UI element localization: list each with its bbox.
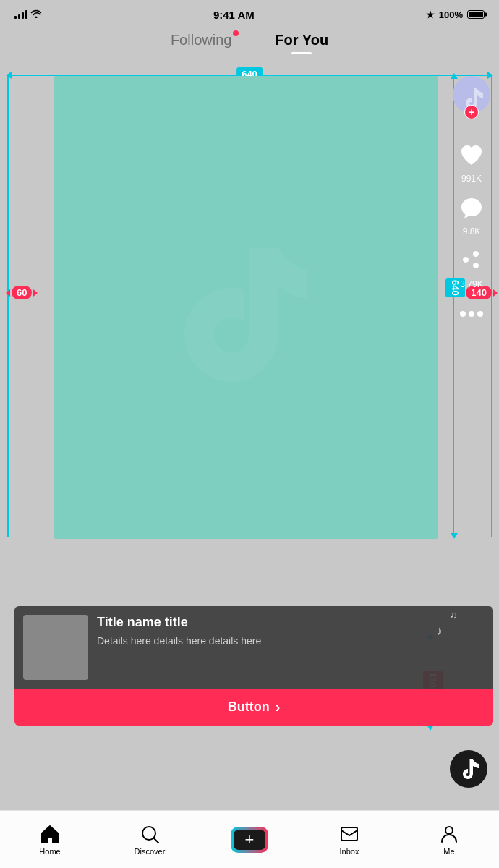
svg-point-6 [445,827,453,834]
more-button[interactable] [456,298,487,330]
comment-icon [456,192,487,224]
like-button[interactable]: 991K [456,140,487,184]
nav-me[interactable]: Me [427,824,471,856]
creator-avatar[interactable]: + [453,76,490,114]
ad-thumbnail [23,615,88,680]
svg-rect-5 [341,827,357,841]
discover-icon [140,824,160,844]
nav-create[interactable]: + [228,827,271,853]
v-line-left [7,75,9,537]
music-note-1: ♪ [436,624,443,639]
status-right: ★ 100% [426,9,485,20]
wifi-icon [30,9,42,20]
shares-count: 3.79K [460,279,482,289]
arrow-140-right [493,289,498,297]
me-icon [439,824,459,844]
me-label: Me [443,847,454,856]
more-icon [456,298,487,330]
music-note-2: ♫ [450,609,458,621]
ad-title: Title name title [97,615,485,630]
notification-dot [233,30,239,36]
battery-icon [467,10,485,19]
home-label: Home [39,847,60,856]
inbox-icon [339,824,359,844]
likes-count: 991K [461,174,482,184]
inbox-label: Inbox [340,847,359,856]
bluetooth-icon: ★ [426,9,435,20]
arrow-down-640 [451,533,458,539]
label-60: 60 [12,286,32,299]
svg-point-1 [469,311,474,317]
tab-following[interactable]: Following [171,32,231,54]
home-icon [40,824,60,844]
ad-cta-button[interactable]: Button › [14,689,493,726]
create-button[interactable]: + [231,827,268,853]
ad-card[interactable]: Title name title Details here details he… [14,606,493,726]
svg-line-4 [154,838,158,843]
svg-point-2 [477,311,483,317]
status-bar: 9:41 AM ★ 100% [0,0,499,26]
heart-icon [456,140,487,171]
arrow-60-left [6,289,10,297]
status-left [14,9,42,20]
signal-icon [14,10,27,19]
status-time: 9:41 AM [213,9,255,21]
discover-label: Discover [135,847,166,856]
video-content[interactable] [54,76,438,539]
comment-button[interactable]: 9.8K [456,192,487,237]
share-icon [456,245,487,277]
tab-for-you[interactable]: For You [275,32,328,54]
ad-text: Title name title Details here details he… [97,615,485,649]
ad-details: Details here details here details here [97,634,485,649]
nav-inbox[interactable]: Inbox [328,824,371,856]
main-content: 640 60 140 640 Sponsored 130 [0,54,499,798]
arrow-60-right [33,289,38,297]
follow-button[interactable]: + [464,105,479,119]
svg-point-0 [460,311,466,317]
tiktok-logo-circle[interactable] [450,750,487,788]
share-button[interactable]: 3.79K [456,245,487,289]
ad-chevron: › [276,699,281,715]
nav-discover[interactable]: Discover [128,824,171,856]
comments-count: 9.8K [463,226,481,237]
arrow-down-130 [427,725,434,731]
header-nav: Following For You [0,26,499,54]
bottom-nav: Home Discover + Inbox [0,810,499,868]
tiktok-watermark [174,226,318,388]
plus-icon: + [234,830,265,850]
label-60-container: 60 [6,286,38,299]
battery-percent: 100% [439,9,463,20]
nav-home[interactable]: Home [28,824,72,856]
side-actions: + 991K 9.8K [450,76,493,330]
ad-card-content: Title name title Details here details he… [14,606,493,689]
